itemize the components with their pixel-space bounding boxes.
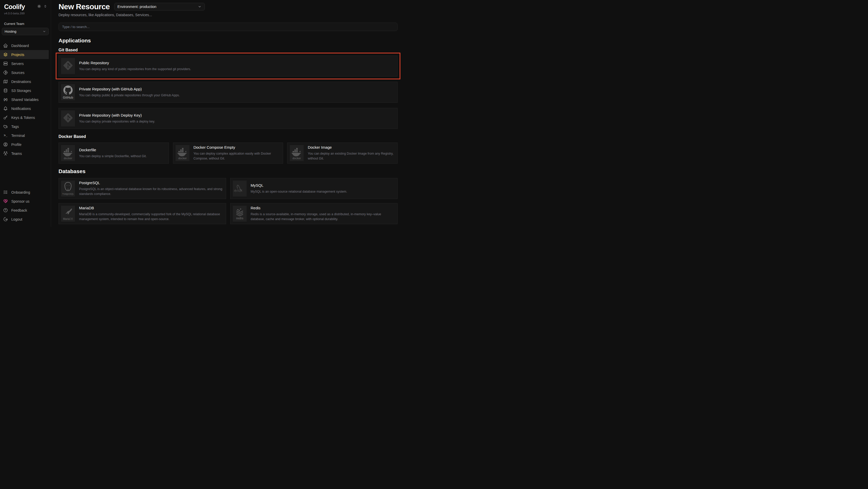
card-description: MariaDB is a community-developed, commer…: [79, 212, 223, 222]
mysql-logo: MySQL: [233, 180, 247, 197]
card-title: Redis: [251, 206, 395, 210]
card-dockerfile[interactable]: docker Dockerfile You can deploy a simpl…: [59, 143, 169, 164]
card-description: You can deploy a simple Dockerfile, with…: [79, 154, 147, 159]
current-team-label: Current Team: [0, 22, 51, 26]
layers-icon: [3, 52, 8, 57]
sidebar: Coolify v4.0.0-beta.399 Current Team Hos…: [0, 0, 51, 227]
sidebar-item-label: Shared Variables: [11, 97, 38, 102]
page-title: New Resource: [59, 2, 110, 11]
card-description: You can deploy any kind of public reposi…: [79, 67, 191, 71]
theme-selector-icon[interactable]: [43, 4, 47, 8]
sidebar-item-logout[interactable]: Logout: [0, 215, 49, 224]
git-based-heading: Git Based: [59, 48, 398, 52]
card-postgresql[interactable]: PostgreSQL PostgreSQL PostgreSQL is an o…: [59, 178, 226, 199]
sidebar-item-label: Notifications: [11, 107, 31, 111]
database-cards: PostgreSQL PostgreSQL PostgreSQL is an o…: [59, 178, 398, 224]
card-docker-image[interactable]: docker Docker Image You can deploy an ex…: [287, 143, 398, 164]
git-logo: [61, 58, 75, 74]
card-title: MariaDB: [79, 206, 223, 210]
brand-row: Coolify: [0, 4, 51, 10]
docker-logo: docker: [176, 145, 189, 161]
home-icon: [3, 43, 8, 48]
sidebar-item-s3-storages[interactable]: S3 Storages: [0, 86, 49, 95]
docker-based-cards: docker Dockerfile You can deploy a simpl…: [59, 143, 398, 164]
sidebar-item-label: Feedback: [11, 208, 27, 212]
annotation-highlight-box: Public Repository You can deploy any kin…: [56, 53, 400, 79]
sidebar-item-label: Dashboard: [11, 44, 29, 48]
sidebar-item-label: Keys & Tokens: [11, 116, 35, 120]
mariadb-logo: MariaDB: [61, 206, 75, 222]
svg-text:MariaDB: MariaDB: [63, 218, 73, 220]
sidebar-item-dashboard[interactable]: Dashboard: [0, 41, 49, 50]
card-title: Private Repository (with Deploy Key): [79, 113, 155, 118]
sidebar-item-label: Terminal: [11, 134, 25, 138]
sidebar-item-terminal[interactable]: >_ Terminal: [0, 131, 49, 140]
card-title: Docker Compose Empty: [193, 145, 281, 150]
card-private-repository-deploy-key[interactable]: Private Repository (with Deploy Key) You…: [59, 108, 398, 129]
environment-select[interactable]: Environment: production: [114, 3, 205, 10]
chevron-down-icon: [42, 30, 46, 33]
docker-logo: docker: [290, 145, 304, 161]
sidebar-item-label: Destinations: [11, 80, 31, 84]
svg-text:MySQL: MySQL: [234, 189, 243, 192]
card-docker-compose-empty[interactable]: docker Docker Compose Empty You can depl…: [173, 143, 283, 164]
sidebar-item-label: Onboarding: [11, 190, 30, 194]
key-icon: [3, 115, 8, 120]
sidebar-item-projects[interactable]: Projects: [0, 50, 49, 59]
card-title: MySQL: [251, 183, 347, 188]
card-description: You can deploy complex application easil…: [193, 151, 281, 161]
card-mysql[interactable]: MySQL MySQL MySQL is an open-source rela…: [230, 178, 398, 199]
logout-icon: [3, 217, 8, 222]
sidebar-item-keys-tokens[interactable]: Keys & Tokens: [0, 113, 49, 122]
page-subtitle: Deploy resources, like Applications, Dat…: [59, 13, 398, 17]
card-description: PostgreSQL is an object-relational datab…: [79, 187, 223, 197]
help-circle-icon: [3, 208, 8, 213]
git-logo: [61, 110, 75, 126]
card-private-repository-github-app[interactable]: GitHub Private Repository (with GitHub A…: [59, 82, 398, 103]
sidebar-item-feedback[interactable]: Feedback: [0, 206, 49, 215]
card-public-repository[interactable]: Public Repository You can deploy any kin…: [59, 55, 398, 77]
sidebar-item-label: Sources: [11, 70, 24, 75]
theme-toggle-sun-icon[interactable]: [37, 4, 41, 8]
sidebar-item-label: Logout: [11, 217, 22, 221]
sidebar-item-onboarding[interactable]: Onboarding: [0, 188, 49, 197]
sidebar-item-sources[interactable]: Sources: [0, 68, 49, 77]
sidebar-item-label: Profile: [11, 143, 22, 147]
sidebar-item-sponsor-us[interactable]: Sponsor us: [0, 197, 49, 206]
database-icon: [3, 88, 8, 93]
sidebar-item-notifications[interactable]: Notifications: [0, 104, 49, 113]
app-title: Coolify: [4, 4, 25, 10]
sidebar-item-label: Projects: [11, 53, 24, 57]
search-input[interactable]: [59, 23, 398, 31]
svg-text:redis: redis: [236, 217, 243, 220]
databases-heading: Databases: [59, 168, 398, 174]
page-header: New Resource Environment: production: [59, 2, 398, 11]
checklist-icon: [3, 190, 8, 195]
sidebar-item-destinations[interactable]: Destinations: [0, 77, 49, 86]
sidebar-item-profile[interactable]: Profile: [0, 140, 49, 149]
bell-icon: [3, 106, 8, 111]
sidebar-item-label: Servers: [11, 62, 24, 66]
docker-based-heading: Docker Based: [59, 134, 398, 139]
main-content: New Resource Environment: production Dep…: [51, 0, 402, 227]
postgresql-logo: PostgreSQL: [61, 180, 75, 197]
sidebar-item-shared-variables[interactable]: (x) Shared Variables: [0, 95, 49, 104]
sidebar-item-teams[interactable]: Teams: [0, 149, 49, 158]
card-mariadb[interactable]: MariaDB MariaDB MariaDB is a community-d…: [59, 203, 226, 224]
svg-text:docker: docker: [64, 157, 72, 160]
sidebar-footer-nav: Onboarding Sponsor us Feedback Logout: [0, 188, 51, 224]
sidebar-nav: Dashboard Projects Servers Sources Desti…: [0, 41, 51, 158]
applications-heading: Applications: [59, 37, 398, 44]
card-description: You can deploy public & private reposito…: [79, 93, 180, 98]
card-redis[interactable]: redis Redis Redis is a source-available,…: [230, 203, 398, 224]
svg-text:docker: docker: [292, 157, 301, 160]
sidebar-item-servers[interactable]: Servers: [0, 59, 49, 68]
chevron-down-icon: [198, 5, 202, 8]
card-description: You can deploy an existing Docker Image …: [308, 151, 395, 161]
team-select[interactable]: Hosting: [2, 28, 49, 35]
card-description: You can deploy private repositories with…: [79, 119, 155, 124]
card-title: Docker Image: [308, 145, 395, 150]
sidebar-item-tags[interactable]: Tags: [0, 122, 49, 131]
docker-logo: docker: [61, 145, 75, 161]
map-icon: [3, 79, 8, 84]
